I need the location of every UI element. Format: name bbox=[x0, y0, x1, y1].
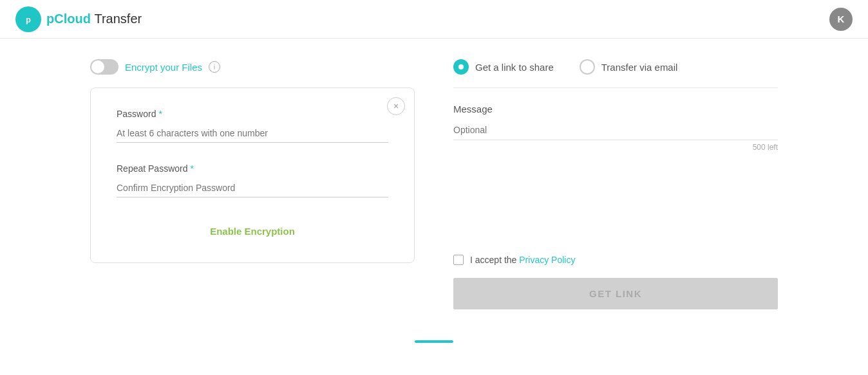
repeat-password-input[interactable] bbox=[117, 179, 388, 197]
avatar[interactable]: K bbox=[829, 8, 853, 31]
encrypt-label: Encrypt your Files bbox=[125, 62, 202, 73]
option-get-link-label: Get a link to share bbox=[475, 62, 554, 73]
repeat-password-field-group: Repeat Password * bbox=[117, 163, 388, 213]
message-title: Message bbox=[453, 104, 778, 114]
password-required: * bbox=[158, 109, 162, 119]
option-transfer-email[interactable]: Transfer via email bbox=[580, 59, 678, 75]
info-icon[interactable]: i bbox=[209, 61, 220, 73]
privacy-row: I accept the Privacy Policy bbox=[453, 255, 778, 265]
encryption-card: × Password * Repeat Password * Enable En… bbox=[90, 87, 415, 263]
message-section: Message 500 left bbox=[453, 104, 778, 152]
radio-get-link bbox=[453, 59, 469, 75]
enable-encryption-button[interactable]: Enable Encryption bbox=[210, 226, 295, 237]
indicator-bar bbox=[415, 340, 453, 343]
password-label: Password * bbox=[117, 109, 388, 119]
logo-area: p pCloud Transfer bbox=[15, 6, 142, 32]
app-header: p pCloud Transfer K bbox=[0, 0, 868, 39]
radio-transfer-email bbox=[580, 59, 595, 75]
privacy-link[interactable]: Privacy Policy bbox=[519, 255, 575, 265]
bottom-indicator bbox=[0, 340, 868, 343]
left-panel: Encrypt your Files i × Password * Repeat… bbox=[90, 59, 415, 309]
repeat-password-label: Repeat Password * bbox=[117, 163, 388, 174]
main-content: Encrypt your Files i × Password * Repeat… bbox=[0, 39, 868, 330]
logo-icon: p bbox=[15, 6, 41, 32]
logo-text: pCloud Transfer bbox=[46, 12, 142, 26]
encrypt-toggle[interactable] bbox=[90, 59, 118, 75]
right-panel: Get a link to share Transfer via email M… bbox=[453, 59, 778, 309]
repeat-password-required: * bbox=[191, 163, 194, 174]
privacy-text: I accept the Privacy Policy bbox=[470, 255, 575, 265]
close-button[interactable]: × bbox=[387, 97, 405, 115]
svg-text:p: p bbox=[26, 15, 31, 24]
password-input[interactable] bbox=[117, 124, 388, 143]
option-get-link[interactable]: Get a link to share bbox=[453, 59, 554, 75]
password-field-group: Password * bbox=[117, 109, 388, 158]
char-count: 500 left bbox=[453, 143, 778, 152]
get-link-button[interactable]: GET LINK bbox=[453, 278, 778, 309]
encrypt-toggle-row: Encrypt your Files i bbox=[90, 59, 415, 75]
transfer-options: Get a link to share Transfer via email bbox=[453, 59, 778, 88]
toggle-knob bbox=[91, 60, 104, 73]
message-input[interactable] bbox=[453, 120, 778, 140]
option-transfer-email-label: Transfer via email bbox=[601, 62, 678, 73]
radio-inner-get-link bbox=[458, 64, 464, 69]
privacy-checkbox[interactable] bbox=[453, 255, 464, 265]
